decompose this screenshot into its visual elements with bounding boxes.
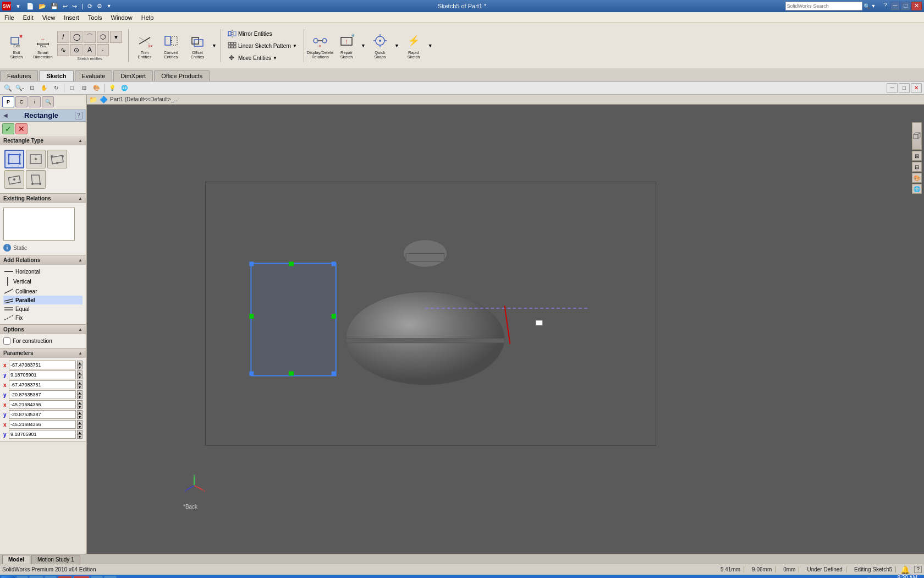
param-x1-input[interactable] bbox=[9, 361, 76, 369]
folder-button[interactable]: 📁 bbox=[29, 576, 43, 578]
repair-sketch-button[interactable]: ! 🔧 RepairSketch bbox=[334, 26, 359, 65]
existing-relations-collapse[interactable]: ▲ bbox=[78, 196, 82, 201]
param-x4-down[interactable]: ▼ bbox=[77, 424, 82, 429]
tab-office-products[interactable]: Office Products bbox=[154, 70, 210, 81]
parameters-collapse[interactable]: ▲ bbox=[78, 351, 82, 356]
menu-edit[interactable]: Edit bbox=[19, 13, 38, 22]
rapid-sketch-button[interactable]: ⚡ RapidSketch bbox=[402, 26, 426, 65]
param-x1-up[interactable]: ▲ bbox=[77, 361, 82, 365]
center-rect-button[interactable] bbox=[26, 150, 46, 168]
parallelogram-button[interactable] bbox=[26, 170, 46, 189]
param-x1-down[interactable]: ▼ bbox=[77, 365, 82, 369]
view-rotate[interactable]: ↻ bbox=[51, 83, 62, 93]
minimize-button[interactable]: ─ bbox=[890, 2, 900, 10]
tab-sketch[interactable]: Sketch bbox=[39, 70, 73, 81]
linear-pattern-dropdown[interactable]: ▼ bbox=[293, 43, 297, 48]
menu-help[interactable]: Help bbox=[137, 13, 158, 22]
param-y2-up[interactable]: ▲ bbox=[77, 390, 82, 395]
relation-horizontal[interactable]: Horizontal bbox=[3, 267, 82, 276]
menu-view[interactable]: View bbox=[38, 13, 60, 22]
open-icon[interactable]: 📂 bbox=[37, 3, 47, 10]
move-dropdown[interactable]: ▼ bbox=[273, 56, 277, 61]
param-x2-down[interactable]: ▼ bbox=[77, 385, 82, 389]
search-dropdown[interactable]: ▼ bbox=[871, 3, 876, 9]
viewport-bg[interactable]: x y z *Back bbox=[87, 105, 924, 554]
param-y4-down[interactable]: ▼ bbox=[77, 434, 82, 439]
for-construction-checkbox[interactable] bbox=[3, 337, 10, 345]
menu-tools[interactable]: Tools bbox=[84, 13, 107, 22]
relation-vertical[interactable]: Vertical bbox=[3, 276, 82, 287]
relation-collinear[interactable]: Collinear bbox=[3, 287, 82, 296]
rebuild-icon[interactable]: ⟳ bbox=[86, 3, 94, 10]
ellipse-tool-button[interactable]: ⊙ bbox=[70, 44, 82, 56]
param-x3-input[interactable] bbox=[9, 400, 76, 409]
solidworks-taskbar[interactable]: SW bbox=[73, 576, 90, 578]
view-fit[interactable]: ⊡ bbox=[26, 83, 37, 93]
param-y3-down[interactable]: ▼ bbox=[77, 415, 82, 419]
corner-rect-button[interactable] bbox=[4, 150, 24, 168]
ie-button[interactable]: e bbox=[16, 576, 28, 578]
polygon-tool-button[interactable]: ⬡ bbox=[97, 31, 109, 43]
point-tool-button[interactable]: · bbox=[97, 44, 109, 56]
param-x3-down[interactable]: ▼ bbox=[77, 405, 82, 409]
panel-icon-search[interactable]: 🔍 bbox=[42, 96, 54, 107]
param-y3-up[interactable]: ▲ bbox=[77, 410, 82, 415]
parameters-header[interactable]: Parameters ▲ bbox=[0, 348, 86, 358]
for-construction-label[interactable]: For construction bbox=[13, 338, 52, 344]
help-icon[interactable]: ? bbox=[881, 2, 889, 10]
viewport[interactable]: 📁 🔷 Part1 (Default<<Default>_... bbox=[87, 95, 924, 554]
tab-dimxpert[interactable]: DimXpert bbox=[113, 70, 153, 81]
spline-tool-button[interactable]: ∿ bbox=[57, 44, 69, 56]
status-help[interactable]: ? bbox=[914, 566, 922, 573]
param-x3-up[interactable]: ▲ bbox=[77, 400, 82, 405]
tab-model[interactable]: Model bbox=[2, 555, 30, 564]
3pt-center-rect-button[interactable] bbox=[4, 170, 24, 189]
windows-explorer-button[interactable]: ⊞ bbox=[91, 576, 103, 578]
appearance-button[interactable]: 🎨 bbox=[912, 173, 922, 183]
convert-entities-button[interactable]: ConvertEntities bbox=[159, 26, 183, 65]
cancel-button[interactable]: ✕ bbox=[15, 123, 28, 134]
swotch-button[interactable]: 🍎 bbox=[58, 576, 72, 578]
repair-dropdown[interactable]: ▼ bbox=[361, 43, 366, 48]
view-zoom-out[interactable]: 🔍- bbox=[14, 83, 25, 93]
line-tool-button[interactable]: / bbox=[57, 31, 69, 43]
options-collapse[interactable]: ▲ bbox=[78, 327, 82, 332]
undo-icon[interactable]: ↩ bbox=[62, 3, 69, 10]
more-sketch-button[interactable]: ▼ bbox=[110, 31, 122, 43]
menu-insert[interactable]: Insert bbox=[59, 13, 84, 22]
app-menu-trigger[interactable]: ▼ bbox=[13, 3, 23, 9]
linear-sketch-pattern-button[interactable]: Linear Sketch Pattern ▼ bbox=[225, 40, 300, 51]
tab-evaluate[interactable]: Evaluate bbox=[75, 70, 113, 81]
relation-parallel[interactable]: Parallel bbox=[3, 296, 82, 304]
param-y1-input[interactable] bbox=[9, 370, 76, 379]
add-relations-header[interactable]: Add Relations ▲ bbox=[0, 255, 86, 265]
start-button[interactable]: ⊞ bbox=[1, 576, 15, 578]
param-y2-input[interactable] bbox=[9, 390, 76, 399]
new-icon[interactable]: 📄 bbox=[25, 3, 35, 10]
view-cube[interactable] bbox=[912, 122, 922, 150]
panel-icon-info[interactable]: i bbox=[29, 96, 41, 107]
param-x4-up[interactable]: ▲ bbox=[77, 420, 82, 424]
param-y1-down[interactable]: ▼ bbox=[77, 375, 82, 379]
quick-snaps-dropdown[interactable]: ▼ bbox=[394, 43, 399, 48]
window-close[interactable]: ✕ bbox=[911, 83, 922, 93]
view-appearance[interactable]: 🎨 bbox=[91, 83, 102, 93]
param-x2-input[interactable] bbox=[9, 380, 76, 389]
exit-sketch-button[interactable]: Exit ExitSketch bbox=[4, 26, 29, 65]
menu-file[interactable]: File bbox=[0, 13, 19, 22]
panel-icon-property[interactable]: P bbox=[2, 96, 14, 107]
view-pan[interactable]: ✋ bbox=[38, 83, 50, 93]
param-y2-down[interactable]: ▼ bbox=[77, 395, 82, 399]
triad-button[interactable]: ⊞ bbox=[912, 151, 922, 161]
panel-icon-config[interactable]: C bbox=[15, 96, 28, 107]
panel-back-arrow[interactable]: ◀ bbox=[3, 112, 8, 118]
add-relations-collapse[interactable]: ▲ bbox=[78, 258, 82, 263]
param-y1-up[interactable]: ▲ bbox=[77, 370, 82, 375]
param-y3-input[interactable] bbox=[9, 410, 76, 419]
offset-entities-button[interactable]: OffsetEntities bbox=[185, 26, 210, 65]
section-view-button[interactable]: ⊟ bbox=[912, 162, 922, 172]
existing-relations-header[interactable]: Existing Relations ▲ bbox=[0, 194, 86, 203]
panel-help[interactable]: ? bbox=[75, 112, 82, 119]
sw-search-input[interactable] bbox=[785, 2, 862, 10]
view-lights[interactable]: 💡 bbox=[107, 83, 118, 93]
